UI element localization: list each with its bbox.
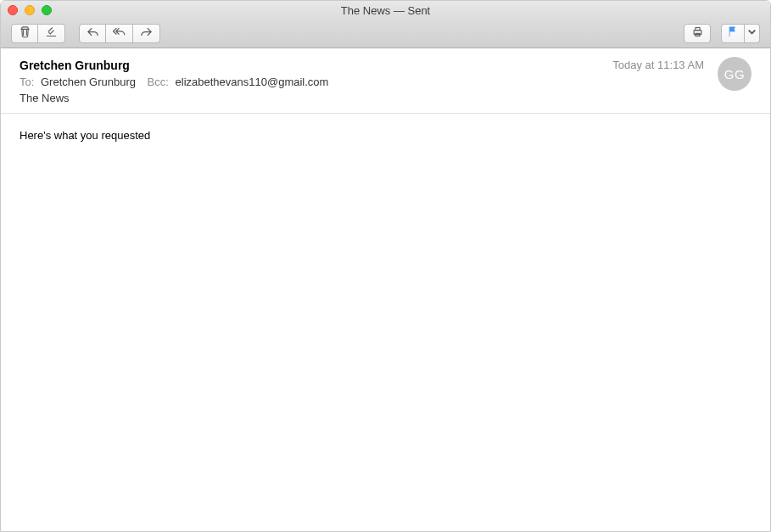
delete-button[interactable] <box>11 24 38 43</box>
body-text: Here's what you requested <box>20 129 150 142</box>
reply-all-button[interactable] <box>106 24 133 43</box>
junk-button[interactable] <box>38 24 65 43</box>
chevron-down-icon <box>746 25 758 42</box>
forward-icon <box>140 25 153 42</box>
recipients-row: To: Gretchen Grunburg Bcc: elizabethevan… <box>20 76 751 88</box>
flag-button[interactable] <box>721 24 745 43</box>
forward-button[interactable] <box>133 24 160 43</box>
from-name: Gretchen Grunburg <box>20 59 130 72</box>
avatar[interactable]: GG <box>718 57 751 91</box>
reply-icon <box>87 25 99 42</box>
reply-all-icon <box>113 25 126 42</box>
svg-rect-1 <box>696 28 700 31</box>
window-titlebar: The News — Sent <box>1 1 770 20</box>
trash-icon <box>19 25 31 42</box>
zoom-window-button[interactable] <box>42 5 52 15</box>
window-title: The News — Sent <box>1 4 770 17</box>
flag-icon <box>727 25 740 42</box>
bcc-recipient[interactable]: elizabethevans110@gmail.com <box>176 76 329 88</box>
minimize-window-button[interactable] <box>25 5 35 15</box>
toolbar-group-delete <box>11 24 65 43</box>
flag-dropdown-button[interactable] <box>745 24 760 43</box>
subject: The News <box>20 92 751 104</box>
to-recipient[interactable]: Gretchen Grunburg <box>41 76 136 88</box>
message-body: Here's what you requested <box>1 114 770 531</box>
reply-button[interactable] <box>79 24 106 43</box>
print-button[interactable] <box>684 24 711 43</box>
flag-button-group <box>721 24 760 43</box>
timestamp: Today at 11:13 AM <box>612 59 704 71</box>
print-icon <box>691 25 704 42</box>
junk-icon <box>45 25 58 42</box>
close-window-button[interactable] <box>8 5 18 15</box>
to-label: To: <box>20 76 34 88</box>
toolbar-group-reply <box>79 24 160 43</box>
bcc-label: Bcc: <box>148 76 169 88</box>
traffic-lights <box>8 5 52 15</box>
message-header: Gretchen Grunburg Today at 11:13 AM To: … <box>1 48 770 114</box>
toolbar <box>1 20 770 48</box>
